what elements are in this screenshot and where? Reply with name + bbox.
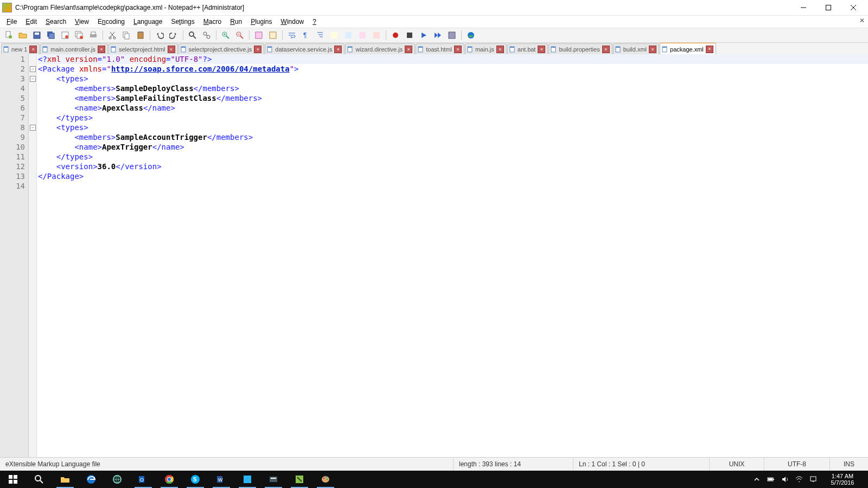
- tab-build-properties[interactable]: build.properties×: [548, 43, 612, 55]
- paste-icon[interactable]: [134, 29, 147, 42]
- code-line[interactable]: <name>ApexTrigger</name>: [38, 142, 868, 152]
- tab-main-js[interactable]: main.js×: [465, 43, 507, 55]
- tray-notifications-icon[interactable]: [806, 471, 820, 488]
- tab-close-icon[interactable]: ×: [29, 46, 37, 53]
- tab-build-xml[interactable]: build.xml×: [613, 43, 659, 55]
- start-button[interactable]: [0, 471, 26, 488]
- menu-help[interactable]: ?: [308, 17, 321, 27]
- taskbar-skype-icon[interactable]: S: [182, 471, 208, 488]
- taskbar-paint-icon[interactable]: [312, 471, 339, 488]
- code-line[interactable]: <version>36.0</version>: [38, 162, 868, 171]
- plugin-icon[interactable]: [464, 29, 477, 42]
- menu-search[interactable]: Search: [41, 17, 71, 27]
- sync-v-icon[interactable]: [252, 29, 265, 42]
- taskbar-notepadpp-icon[interactable]: [286, 471, 312, 488]
- tray-chevron-up-icon[interactable]: [750, 471, 764, 488]
- menu-run[interactable]: Run: [226, 17, 246, 27]
- code-line[interactable]: </Package>: [38, 171, 868, 181]
- find-icon[interactable]: [186, 29, 199, 42]
- status-ins[interactable]: INS: [830, 458, 868, 471]
- tab-close-icon[interactable]: ×: [706, 46, 713, 53]
- tab-close-icon[interactable]: ×: [405, 46, 412, 53]
- tab-close-icon[interactable]: ×: [98, 46, 105, 53]
- save-macro-icon[interactable]: [445, 29, 458, 42]
- tray-volume-icon[interactable]: [778, 471, 792, 488]
- taskbar-app1-icon[interactable]: [234, 471, 260, 488]
- play-macro-icon[interactable]: [417, 29, 430, 42]
- code-line[interactable]: <members>SampleDeployClass</members>: [38, 84, 868, 93]
- minimize-button[interactable]: [791, 0, 816, 15]
- code-line[interactable]: <members>SampleAccountTrigger</members>: [38, 132, 868, 142]
- folder-as-ws-icon[interactable]: [370, 29, 383, 42]
- code-area[interactable]: <?xml version="1.0" encoding="UTF-8"?><P…: [37, 54, 868, 458]
- menu-language[interactable]: Language: [129, 17, 167, 27]
- close-file-icon[interactable]: [59, 29, 72, 42]
- record-macro-icon[interactable]: [389, 29, 402, 42]
- status-eol[interactable]: UNIX: [710, 458, 764, 471]
- tab-close-icon[interactable]: ×: [168, 46, 175, 53]
- tab-main-controller-js[interactable]: main.controller.js×: [40, 43, 108, 55]
- doc-close-x[interactable]: ✕: [859, 17, 865, 24]
- tab-close-icon[interactable]: ×: [496, 46, 504, 53]
- menu-view[interactable]: View: [71, 17, 93, 27]
- menu-edit[interactable]: Edit: [21, 17, 41, 27]
- taskbar-app2-icon[interactable]: [260, 471, 286, 488]
- tab-close-icon[interactable]: ×: [254, 46, 261, 53]
- indent-guide-icon[interactable]: [314, 29, 327, 42]
- menu-file[interactable]: File: [2, 17, 21, 27]
- tab-close-icon[interactable]: ×: [334, 46, 342, 53]
- code-line[interactable]: </types>: [38, 113, 868, 123]
- new-file-icon[interactable]: [2, 29, 15, 42]
- tab-close-icon[interactable]: ×: [538, 46, 545, 53]
- code-line[interactable]: <name>ApexClass</name>: [38, 103, 868, 113]
- taskbar-globe-icon[interactable]: [104, 471, 130, 488]
- fold-toggle-icon[interactable]: −: [30, 66, 36, 72]
- code-line[interactable]: <?xml version="1.0" encoding="UTF-8"?>: [38, 54, 868, 64]
- ln-icon[interactable]: [328, 29, 341, 42]
- stop-macro-icon[interactable]: [403, 29, 416, 42]
- close-button[interactable]: [841, 0, 866, 15]
- menu-plugins[interactable]: Plugins: [246, 17, 276, 27]
- fold-column[interactable]: − − −: [29, 54, 37, 458]
- tray-battery-icon[interactable]: [764, 471, 778, 488]
- sync-h-icon[interactable]: [266, 29, 279, 42]
- code-line[interactable]: [38, 181, 868, 191]
- open-file-icon[interactable]: [16, 29, 29, 42]
- tab-close-icon[interactable]: ×: [454, 46, 462, 53]
- tab-ant-bat[interactable]: ant.bat×: [507, 43, 548, 55]
- tray-clock[interactable]: 1:47 AM 5/7/2016: [820, 471, 865, 487]
- tab-close-icon[interactable]: ×: [602, 46, 610, 53]
- cut-icon[interactable]: [106, 29, 119, 42]
- code-line[interactable]: </types>: [38, 152, 868, 162]
- tab-dataservice-service-js[interactable]: dataservice.service.js×: [265, 43, 344, 55]
- doc-map-icon[interactable]: [342, 29, 355, 42]
- show-all-chars-icon[interactable]: ¶: [299, 29, 312, 42]
- tab-wizard-directive-js[interactable]: wizard.directive.js×: [345, 43, 415, 55]
- taskbar-chrome-icon[interactable]: [156, 471, 182, 488]
- taskbar-edge-icon[interactable]: [78, 471, 104, 488]
- fold-toggle-icon[interactable]: −: [30, 125, 36, 131]
- code-line[interactable]: <types>: [38, 123, 868, 132]
- tab-selectproject-directive-js[interactable]: selectproject.directive.js×: [178, 43, 265, 55]
- wordwrap-icon[interactable]: [285, 29, 298, 42]
- taskbar-outlook-icon[interactable]: O: [130, 471, 156, 488]
- show-desktop-strip[interactable]: [865, 471, 868, 488]
- menu-window[interactable]: Window: [277, 17, 309, 27]
- editor[interactable]: 1234567891011121314 − − − <?xml version=…: [0, 54, 868, 458]
- play-multi-icon[interactable]: [431, 29, 444, 42]
- replace-icon[interactable]: [200, 29, 213, 42]
- fold-toggle-icon[interactable]: −: [30, 76, 36, 82]
- taskbar-word-icon[interactable]: W: [208, 471, 234, 488]
- taskbar-explorer-icon[interactable]: [52, 471, 78, 488]
- status-enc[interactable]: UTF-8: [764, 458, 830, 471]
- copy-icon[interactable]: [120, 29, 133, 42]
- save-all-icon[interactable]: [44, 29, 58, 42]
- menu-encoding[interactable]: Encoding: [93, 17, 129, 27]
- save-icon[interactable]: [30, 29, 43, 42]
- search-button[interactable]: [26, 471, 52, 488]
- close-all-icon[interactable]: [73, 29, 86, 42]
- code-line[interactable]: <types>: [38, 74, 868, 84]
- zoom-in-icon[interactable]: [219, 29, 232, 42]
- redo-icon[interactable]: [167, 29, 180, 42]
- undo-icon[interactable]: [153, 29, 166, 42]
